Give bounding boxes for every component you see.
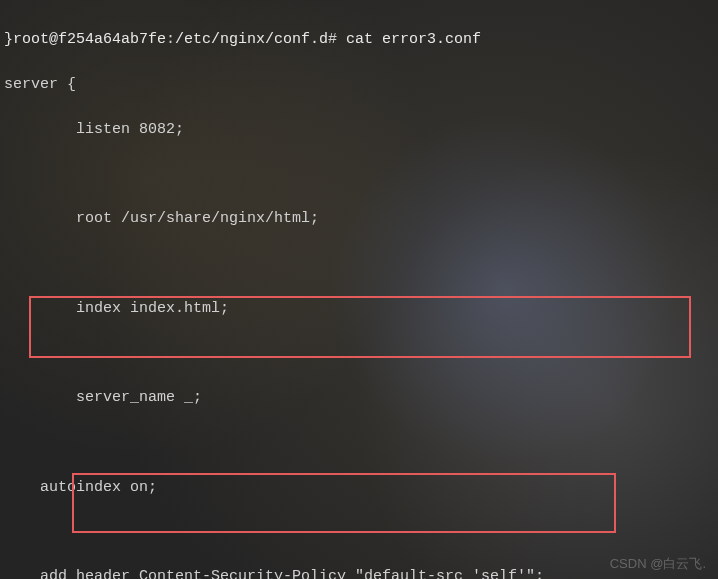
config-line [4, 522, 714, 544]
config-line: index index.html; [4, 298, 714, 321]
terminal-output[interactable]: }root@f254a64ab7fe:/etc/nginx/conf.d# ca… [0, 0, 718, 579]
config-line [4, 432, 714, 454]
config-line: server { [4, 74, 714, 97]
config-line [4, 343, 714, 365]
prompt-path: /etc/nginx/conf.d [175, 31, 328, 48]
prompt-line-1: }root@f254a64ab7fe:/etc/nginx/conf.d# ca… [4, 29, 714, 52]
command-text: cat error3.conf [346, 31, 481, 48]
config-line: root /usr/share/nginx/html; [4, 208, 714, 231]
prompt-sep: : [166, 31, 175, 48]
config-line: server_name _; [4, 387, 714, 410]
config-line [4, 253, 714, 275]
prompt-sep: # [328, 31, 346, 48]
config-line: listen 8082; [4, 119, 714, 142]
prompt-user-host: }root@f254a64ab7fe [4, 31, 166, 48]
config-line [4, 164, 714, 186]
config-line: autoindex on; [4, 477, 714, 500]
config-line-highlighted: add_header Content-Security-Policy "defa… [4, 566, 714, 579]
watermark-text: CSDN @白云飞. [610, 554, 706, 574]
